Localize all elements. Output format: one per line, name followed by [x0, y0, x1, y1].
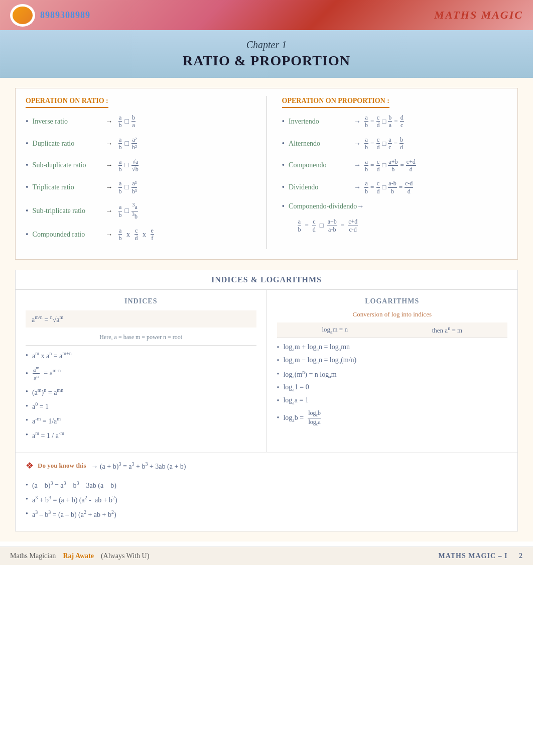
bullet: •: [277, 357, 280, 365]
list-item: • a3 – b3 = (a – b) (a2 + ab + b2): [26, 509, 507, 519]
item-label: Duplicate ratio: [33, 140, 103, 148]
bullet: •: [26, 230, 29, 239]
item-label: Componendo-dividendo: [289, 202, 357, 210]
bullet: •: [277, 384, 280, 392]
item-label: Invertendo: [289, 118, 354, 126]
list-item: • loga1 = 0: [277, 383, 508, 392]
bullet: •: [26, 402, 28, 410]
fraction: √a√b: [131, 158, 139, 173]
formula-text: aman = am-n: [32, 365, 61, 382]
bullet: •: [277, 370, 280, 378]
formula-text: am x an = am+n: [32, 351, 72, 360]
arrow-icon: →: [106, 161, 113, 169]
formula: ab □ 3a3b: [118, 202, 139, 220]
list-item: • (am)n = amn: [26, 387, 256, 397]
arrow-icon: →: [106, 207, 113, 215]
item-label: Compounded ratio: [33, 231, 103, 239]
main-content: OPERATION ON RATIO : • Inverse ratio → a…: [0, 78, 533, 542]
logo-inner: [13, 7, 33, 24]
list-item: • logam + logan = logamn: [277, 343, 508, 352]
brand-name: MATHS MAGIC: [434, 9, 523, 22]
bullet: •: [26, 370, 28, 378]
fraction: cd: [135, 227, 139, 242]
list-item: • Invertendo → ab = cd □ ba = dc: [282, 114, 508, 129]
bullet: •: [26, 206, 29, 215]
bullet: •: [282, 183, 285, 192]
formula-text: logam − logan = loga(m/n): [283, 356, 356, 365]
bullet: •: [26, 352, 28, 360]
bullet: •: [282, 117, 285, 126]
indices-main-formula: am/n = n√am: [26, 310, 256, 328]
formula-text: logaa = 1: [283, 396, 308, 405]
operation-ratio-column: OPERATION ON RATIO : • Inverse ratio → a…: [26, 96, 251, 249]
formula-text: logam + logan = logamn: [283, 343, 350, 352]
list-item: • Triplicate ratio → ab □ a³b³: [26, 180, 251, 195]
divider: [266, 96, 267, 249]
item-label: Componendo: [289, 161, 354, 169]
list-item: • a3 + b3 = (a + b) (a2 - ab + b2): [26, 495, 507, 504]
arrow-icon: →: [106, 118, 113, 126]
bullet: •: [277, 414, 280, 422]
indices-log-section: INDICES & LOGARITHMS INDICES am/n = n√am…: [15, 270, 518, 532]
list-item: • a-m = 1/am: [26, 416, 256, 425]
list-item: • am x an = am+n: [26, 351, 256, 360]
header: 8989308989 MATHS MAGIC: [0, 0, 533, 30]
fraction: ba: [131, 114, 136, 129]
footer-book: MATHS MAGIC – I: [438, 552, 507, 560]
item-label: Inverse ratio: [33, 118, 103, 126]
extra-formulas: ❖ Do you know this → (a + b)3 = a3 + b3 …: [16, 452, 517, 531]
bullet: •: [282, 161, 285, 170]
chapter-main-title: RATIO & PROPORTION: [0, 53, 533, 69]
indices-col-heading: INDICES: [26, 297, 256, 305]
indices-sub-note: Here, a = base m = power n = root: [26, 332, 256, 346]
formula: ab = cd □ a+bb = c+dd: [364, 158, 417, 173]
list-item: • Sub-triplicate ratio → ab □ 3a3b: [26, 202, 251, 220]
bullet: •: [26, 139, 29, 148]
formula-text: a3 + b3 = (a + b) (a2 - ab + b2): [32, 495, 117, 504]
formula: ab □ a²b²: [118, 136, 138, 151]
operation-ratio-heading: OPERATION ON RATIO :: [26, 97, 108, 108]
logarithms-column: LOGARITHMS Conversion of log into indice…: [267, 290, 518, 453]
fraction: ab: [118, 203, 122, 219]
arrow-icon: →: [106, 183, 113, 191]
list-item: • Inverse ratio → ab □ ba: [26, 114, 251, 129]
bullet: •: [26, 481, 28, 489]
fraction: ab: [118, 180, 122, 195]
bullet: •: [26, 183, 29, 192]
list-item: • Dividendo → ab = cd □ a-bb = c-dd: [282, 180, 508, 195]
formula-text: loga(mn) = n logam: [283, 369, 336, 379]
bullet: •: [26, 117, 29, 126]
fraction: a²b²: [131, 136, 138, 151]
list-item: • Componendo-dividendo →: [282, 202, 508, 211]
list-item: • Sub-duplicate ratio → ab □ √a√b: [26, 158, 251, 173]
phone-number: 8989308989: [40, 10, 90, 21]
bullet: •: [282, 202, 285, 211]
formula: ab x cd x ef: [118, 227, 155, 242]
fraction: 3a3b: [131, 202, 138, 220]
arrow-icon: →: [106, 231, 113, 239]
logo: [10, 4, 35, 27]
bullet: •: [282, 139, 285, 148]
list-item: • aman = am-n: [26, 365, 256, 382]
indices-log-heading: INDICES & LOGARITHMS: [16, 270, 517, 289]
fraction: ab: [118, 227, 122, 242]
list-item: • Alternendo → ab = cd □ ac = bd: [282, 136, 508, 151]
footer-author: Raj Awate: [63, 552, 94, 560]
bullet: •: [26, 416, 28, 424]
footer: Maths Magician Raj Awate (Always With U)…: [0, 547, 533, 565]
indices-log-content: INDICES am/n = n√am Here, a = base m = p…: [16, 289, 517, 453]
footer-brand: Maths Magician: [10, 552, 56, 560]
bullet: •: [26, 510, 28, 518]
fraction: ab: [118, 114, 122, 129]
formula-text: a0 = 1: [32, 401, 49, 411]
formula: ab = cd □ ac = bd: [364, 136, 404, 151]
list-item: • a0 = 1: [26, 401, 256, 411]
formula: ab □ √a√b: [118, 158, 140, 173]
operation-proportion-heading: OPERATION ON PROPORTION :: [282, 97, 389, 108]
extra-formula: → (a + b)3 = a3 + b3 + 3ab (a + b): [91, 461, 186, 471]
formula-text: a-m = 1/am: [32, 416, 61, 425]
list-item: • am = 1 / a-m: [26, 430, 256, 440]
footer-left: Maths Magician Raj Awate (Always With U): [10, 552, 149, 560]
log-eq2: then an = m: [432, 326, 462, 335]
bullet: •: [277, 397, 280, 405]
